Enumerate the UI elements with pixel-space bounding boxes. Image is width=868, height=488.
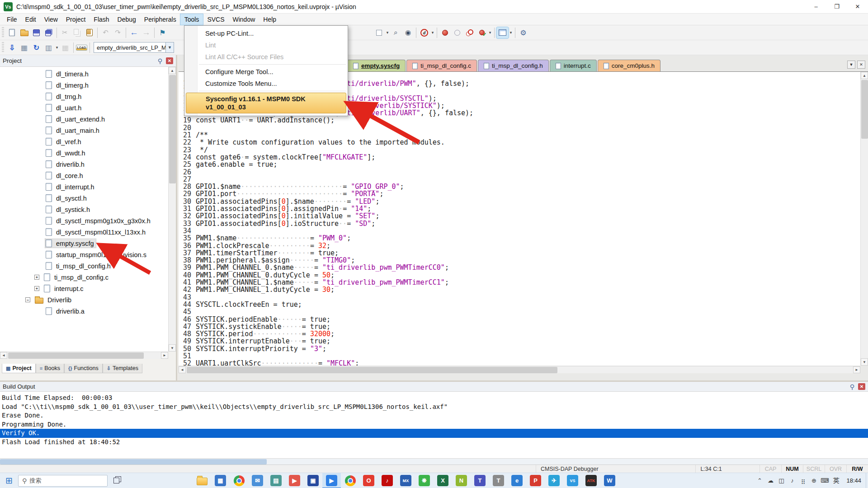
menu-window[interactable]: Window bbox=[229, 14, 259, 25]
save-button[interactable] bbox=[30, 27, 42, 38]
tree-item-dl-sysctl-h[interactable]: dl_sysctl.h bbox=[0, 192, 168, 204]
tree-item-dl-interrupt-h[interactable]: dl_interrupt.h bbox=[0, 181, 168, 192]
navigate-back-button[interactable]: ← bbox=[128, 27, 140, 38]
scrollbar-thumb[interactable] bbox=[861, 80, 868, 139]
tree-item-ti-msp-dl-config-c[interactable]: +ti_msp_dl_config.c bbox=[0, 272, 168, 283]
build-output-log[interactable]: Build Time Elapsed: 00:00:03Load "C:\\ti… bbox=[0, 392, 868, 448]
bookmark-button[interactable]: ⚑ bbox=[156, 27, 169, 38]
find-in-files-button[interactable]: ⌕ bbox=[390, 27, 402, 38]
clock[interactable]: 18:44 bbox=[842, 477, 866, 484]
enable-breakpoints-button[interactable] bbox=[476, 27, 488, 38]
project-tree[interactable]: dl_timera.hdl_timerg.hdl_trng.hdl_uart.h… bbox=[0, 67, 168, 352]
tree-item-driverlib-h[interactable]: driverlib.h bbox=[0, 159, 168, 170]
translate-button[interactable]: ⇩ bbox=[6, 42, 18, 53]
mail-icon[interactable]: ✉ bbox=[248, 473, 267, 488]
phone-link-icon[interactable]: ◫ bbox=[776, 473, 787, 488]
hidden-icons-chevron[interactable]: ⌃ bbox=[754, 473, 765, 488]
menu-tools[interactable]: Tools bbox=[180, 14, 203, 25]
tab-list-dropdown-icon[interactable]: ▼ bbox=[847, 61, 855, 69]
options-checkbox-button[interactable] bbox=[373, 27, 385, 38]
tree-item-dl-sysctl-mspm0g1x0x-g3x0x-h[interactable]: dl_sysctl_mspm0g1x0x_g3x0x.h bbox=[0, 215, 168, 226]
tree-item-dl-trng-h[interactable]: dl_trng.h bbox=[0, 91, 168, 102]
tab-close-icon[interactable]: ✕ bbox=[857, 61, 865, 69]
scroll-up-icon[interactable]: ▲ bbox=[169, 67, 176, 74]
mxnet-icon[interactable]: MX bbox=[396, 473, 415, 488]
scroll-down-icon[interactable]: ▼ bbox=[169, 344, 176, 352]
chrome-canary-icon[interactable] bbox=[341, 473, 359, 488]
scroll-right-icon[interactable]: ► bbox=[853, 366, 860, 373]
build-button[interactable]: ▦ bbox=[18, 42, 30, 53]
chevron-down-icon[interactable]: ▼ bbox=[165, 42, 174, 52]
telegram-icon[interactable]: ✈ bbox=[545, 473, 563, 488]
collapse-icon[interactable]: − bbox=[25, 297, 30, 302]
batch-build-button[interactable]: ▥ bbox=[42, 42, 55, 53]
menu-debug[interactable]: Debug bbox=[113, 14, 140, 25]
scrollbar-thumb[interactable] bbox=[8, 352, 144, 359]
rebuild-all-button[interactable]: ↻ bbox=[30, 42, 42, 53]
insert-breakpoint-button[interactable] bbox=[439, 27, 451, 38]
tree-item-dl-uart-h[interactable]: dl_uart.h bbox=[0, 102, 168, 113]
menu-edit[interactable]: Edit bbox=[21, 14, 40, 25]
tab-books[interactable]: ≡Books bbox=[36, 364, 64, 373]
new-file-button[interactable] bbox=[6, 27, 18, 38]
tree-item-dl-uart-extend-h[interactable]: dl_uart_extend.h bbox=[0, 113, 168, 125]
close-panel-icon[interactable]: ✕ bbox=[858, 383, 865, 390]
scroll-up-icon[interactable]: ▲ bbox=[861, 72, 868, 79]
opera-icon[interactable]: O bbox=[359, 473, 378, 488]
wps-word-icon[interactable]: W bbox=[600, 473, 619, 488]
tree-vertical-scrollbar[interactable]: ▲ ▼ bbox=[168, 67, 176, 352]
expand-icon[interactable]: + bbox=[34, 286, 39, 291]
show-desktop-button[interactable] bbox=[866, 473, 868, 488]
search-input[interactable]: ⚲ 搜索 bbox=[18, 475, 108, 487]
find-button[interactable]: ◉ bbox=[402, 27, 414, 38]
tree-item-dl-systick-h[interactable]: dl_systick.h bbox=[0, 204, 168, 215]
paste-button[interactable] bbox=[83, 27, 95, 38]
scroll-right-icon[interactable]: ► bbox=[161, 352, 168, 359]
debug-windows-button[interactable] bbox=[496, 27, 509, 38]
tree-item-empty-syscfg[interactable]: empty.syscfg bbox=[0, 238, 168, 249]
expand-icon[interactable]: + bbox=[34, 275, 39, 280]
tree-item-dl-timerg-h[interactable]: dl_timerg.h bbox=[0, 80, 168, 91]
menu-item-customize-tools-menu[interactable]: Customize Tools Menu... bbox=[184, 78, 348, 89]
tree-item-driverlib-a[interactable]: driverlib.a bbox=[0, 305, 168, 317]
volume-icon[interactable]: ♪ bbox=[787, 473, 797, 488]
app-grid-icon[interactable]: ▦ bbox=[211, 473, 230, 488]
chevron-down-icon[interactable]: ▾ bbox=[385, 30, 390, 35]
tree-horizontal-scrollbar[interactable]: ◄ ► bbox=[0, 352, 168, 359]
close-panel-icon[interactable]: ✕ bbox=[166, 57, 173, 64]
tree-item-ti-msp-dl-config-h[interactable]: ti_msp_dl_config.h bbox=[0, 260, 168, 272]
tab-templates[interactable]: ⇩Templates bbox=[103, 364, 142, 373]
editor-vertical-scrollbar[interactable]: ▲ ▼ bbox=[860, 72, 868, 366]
tab-functions[interactable]: {}Functions bbox=[64, 364, 103, 373]
wechat-icon[interactable]: ❋ bbox=[415, 473, 434, 488]
tree-item-dl-uart-main-h[interactable]: dl_uart_main.h bbox=[0, 125, 168, 136]
toolbar-grip[interactable] bbox=[2, 42, 4, 53]
chevron-down-icon[interactable]: ▾ bbox=[509, 30, 513, 35]
open-file-button[interactable] bbox=[18, 27, 30, 38]
menu-flash[interactable]: Flash bbox=[90, 14, 113, 25]
editor-tab-core-cm0plus-h[interactable]: core_cm0plus.h bbox=[598, 60, 660, 71]
flash-download-button[interactable]: LOAD bbox=[75, 42, 88, 53]
ime-icon[interactable]: ⊕ bbox=[808, 473, 819, 488]
scroll-down-icon[interactable]: ▼ bbox=[861, 358, 868, 366]
touch-keyboard-icon[interactable]: ⌨ bbox=[819, 473, 830, 488]
atk-icon[interactable]: ATK bbox=[582, 473, 600, 488]
network-icon[interactable]: ⣶ bbox=[797, 473, 808, 488]
editor-horizontal-scrollbar[interactable]: ◄ ► bbox=[179, 366, 860, 373]
scroll-left-icon[interactable]: ◄ bbox=[0, 352, 7, 359]
editor-tab-ti-msp-dl-config-h[interactable]: ti_msp_dl_config.h bbox=[478, 60, 549, 71]
menu-file[interactable]: File bbox=[3, 14, 21, 25]
menu-item-sysconfig-v1-16-1-mspm0-sdk-v1-00-01-03[interactable]: Sysconfig v1.16.1 - MSPM0 SDK v1_00_01_0… bbox=[186, 93, 346, 113]
menu-help[interactable]: Help bbox=[259, 14, 280, 25]
tree-item-dl-core-h[interactable]: dl_core.h bbox=[0, 170, 168, 181]
scroll-left-icon[interactable]: ◄ bbox=[179, 366, 186, 373]
tree-item-interrupt-c[interactable]: +interrupt.c bbox=[0, 283, 168, 294]
chrome-icon[interactable] bbox=[230, 473, 248, 488]
menu-peripherals[interactable]: Peripherals bbox=[140, 14, 180, 25]
menu-view[interactable]: View bbox=[40, 14, 62, 25]
editor-tab-ti-msp-dl-config-c[interactable]: ti_msp_dl_config.c bbox=[406, 60, 477, 71]
editor-tab-interrupt-c[interactable]: interrupt.c bbox=[550, 60, 597, 71]
menu-item-set-up-pc-lint[interactable]: Set-up PC-Lint... bbox=[184, 28, 348, 39]
excel-icon[interactable]: X bbox=[434, 473, 452, 488]
language-indicator[interactable]: 英 bbox=[830, 473, 842, 488]
